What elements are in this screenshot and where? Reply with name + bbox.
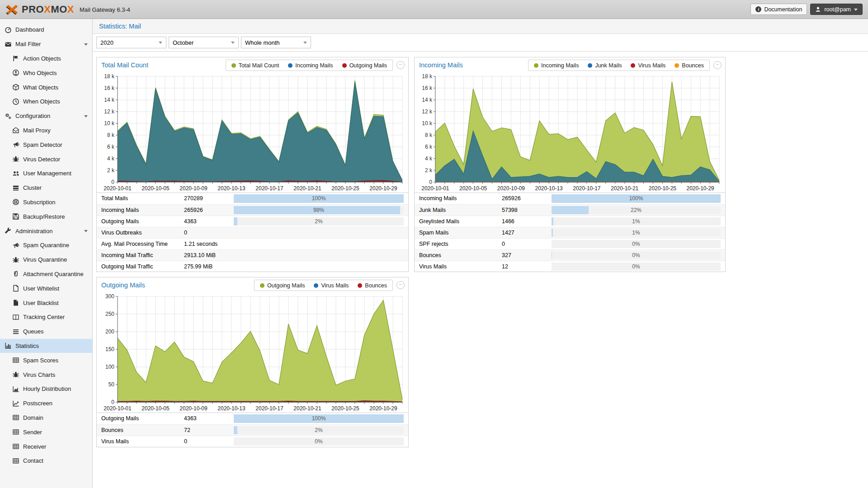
legend-item-virus-mails[interactable]: Virus Mails xyxy=(631,62,665,69)
percent-bar: 0% xyxy=(234,437,404,446)
sidebar-item-spam-detector[interactable]: Spam Detector xyxy=(0,137,92,152)
sidebar: DashboardMail FilterAction ObjectsWho Ob… xyxy=(0,19,93,488)
sidebar-item-spam-quarantine[interactable]: Spam Quarantine xyxy=(0,238,92,253)
svg-text:250: 250 xyxy=(105,311,114,317)
panel-title: Total Mail Count xyxy=(101,61,148,69)
svg-text:4 k: 4 k xyxy=(107,155,115,162)
sidebar-item-spam-scores[interactable]: Spam Scores xyxy=(0,353,92,367)
sidebar-item-label: Action Objects xyxy=(23,55,61,62)
svg-text:300: 300 xyxy=(105,293,114,300)
sidebar-item-receiver[interactable]: Receiver xyxy=(0,439,92,454)
paperclip-icon xyxy=(12,270,19,277)
floppy-icon xyxy=(12,213,19,220)
table-icon xyxy=(12,357,19,364)
svg-text:2020-10-13: 2020-10-13 xyxy=(217,405,245,412)
legend: Outgoing MailsVirus MailsBounces xyxy=(254,280,393,291)
collapse-panel-icon[interactable]: − xyxy=(396,281,405,289)
stat-row-avg-mail-processing-time: Avg. Mail Processing Time1.21 seconds xyxy=(97,238,408,249)
user-menu-button[interactable]: root@pam xyxy=(810,4,863,15)
legend: Incoming MailsJunk MailsVirus MailsBounc… xyxy=(528,60,710,71)
legend-label: Total Mail Count xyxy=(239,62,279,69)
sidebar-item-action-objects[interactable]: Action Objects xyxy=(0,52,92,66)
sidebar-item-when-objects[interactable]: When Objects xyxy=(0,94,92,109)
stat-row-spam-mails: Spam Mails14271% xyxy=(415,227,725,238)
sidebar-item-label: User Management xyxy=(23,170,71,177)
svg-text:8 k: 8 k xyxy=(107,132,115,138)
stat-label: Spam Mails xyxy=(419,230,448,236)
legend-item-incoming-mails[interactable]: Incoming Mails xyxy=(534,62,579,69)
sidebar-item-label: User Blacklist xyxy=(23,300,59,306)
svg-text:2020-10-05: 2020-10-05 xyxy=(142,185,170,192)
sidebar-item-administration[interactable]: Administration xyxy=(0,224,92,238)
sidebar-item-backup-restore[interactable]: Backup/Restore xyxy=(0,209,92,224)
documentation-button[interactable]: i Documentation xyxy=(750,4,807,15)
svg-text:2020-10-29: 2020-10-29 xyxy=(687,185,714,192)
sidebar-item-mail-filter[interactable]: Mail Filter xyxy=(0,37,92,52)
mail-open-icon xyxy=(12,127,19,134)
svg-text:2020-10-13: 2020-10-13 xyxy=(217,185,245,192)
stat-label: Junk Mails xyxy=(419,207,446,213)
sidebar-item-tracking-center[interactable]: Tracking Center xyxy=(0,310,92,324)
legend-item-outgoing-mails[interactable]: Outgoing Mails xyxy=(342,62,387,69)
legend-item-incoming-mails[interactable]: Incoming Mails xyxy=(288,62,333,69)
percent-text: 0% xyxy=(552,263,721,270)
range-select[interactable]: Whole month xyxy=(241,37,311,48)
sidebar-item-virus-detector[interactable]: Virus Detector xyxy=(0,152,92,166)
sidebar-item-contact[interactable]: Contact xyxy=(0,454,92,468)
sidebar-item-user-whitelist[interactable]: User Whitelist xyxy=(0,281,92,296)
outgoing-mails-table: Outgoing Mails4363100%Bounces722%Virus M… xyxy=(97,413,408,447)
stat-value: 0 xyxy=(184,438,187,445)
percent-bar: 100% xyxy=(234,414,404,423)
svg-text:2020-10-01: 2020-10-01 xyxy=(421,185,449,192)
svg-text:2020-10-01: 2020-10-01 xyxy=(104,405,132,412)
legend-item-total-mail-count[interactable]: Total Mail Count xyxy=(231,62,279,69)
svg-text:2020-10-05: 2020-10-05 xyxy=(459,185,487,192)
svg-text:12 k: 12 k xyxy=(104,108,115,115)
sidebar-item-virus-charts[interactable]: Virus Charts xyxy=(0,367,92,382)
stat-value: 12 xyxy=(502,263,508,270)
table-icon xyxy=(12,414,19,421)
sidebar-item-attachment-quarantine[interactable]: Attachment Quarantine xyxy=(0,267,92,282)
legend-item-virus-mails[interactable]: Virus Mails xyxy=(314,282,349,289)
svg-text:200: 200 xyxy=(105,328,114,335)
percent-text: 100% xyxy=(234,415,404,422)
sidebar-item-cluster[interactable]: Cluster xyxy=(0,181,92,195)
sidebar-item-dashboard[interactable]: Dashboard xyxy=(0,23,92,37)
percent-text: 100% xyxy=(552,195,721,202)
sidebar-item-domain[interactable]: Domain xyxy=(0,411,92,425)
sidebar-item-virus-quarantine[interactable]: Virus Quarantine xyxy=(0,253,92,267)
collapse-panel-icon[interactable]: − xyxy=(396,61,405,69)
sidebar-item-what-objects[interactable]: What Objects xyxy=(0,80,92,94)
sidebar-item-user-blacklist[interactable]: User Blacklist xyxy=(0,296,92,310)
legend-label: Virus Mails xyxy=(321,282,349,289)
sidebar-item-configuration[interactable]: Configuration xyxy=(0,109,92,123)
legend-label: Outgoing Mails xyxy=(349,62,387,69)
sidebar-item-queues[interactable]: Queues xyxy=(0,324,92,339)
sidebar-item-who-objects[interactable]: Who Objects xyxy=(0,66,92,80)
legend-item-junk-mails[interactable]: Junk Mails xyxy=(588,62,622,69)
sidebar-item-label: Subscription xyxy=(23,199,56,206)
legend-item-bounces[interactable]: Bounces xyxy=(675,62,704,69)
sidebar-item-label: Spam Quarantine xyxy=(23,242,69,249)
year-select[interactable]: 2020 xyxy=(96,37,166,48)
legend-label: Outgoing Mails xyxy=(267,282,305,289)
legend-item-outgoing-mails[interactable]: Outgoing Mails xyxy=(260,282,305,289)
stat-row-bounces: Bounces3270% xyxy=(415,249,725,261)
stat-value: 4363 xyxy=(184,218,197,225)
stat-label: Bounces xyxy=(101,427,123,433)
sidebar-item-hourly-distribution[interactable]: Hourly Distribution xyxy=(0,382,92,396)
svg-text:2020-10-17: 2020-10-17 xyxy=(255,405,283,412)
percent-text: 2% xyxy=(234,218,404,225)
sidebar-item-subscription[interactable]: Subscription xyxy=(0,195,92,210)
collapse-panel-icon[interactable]: − xyxy=(713,61,722,69)
sidebar-item-sender[interactable]: Sender xyxy=(0,425,92,439)
month-select[interactable]: October xyxy=(169,37,239,48)
legend-dot-icon xyxy=(358,283,362,288)
sidebar-item-user-management[interactable]: User Management xyxy=(0,166,92,181)
legend-item-bounces[interactable]: Bounces xyxy=(358,282,387,289)
bullhorn-icon xyxy=(12,242,19,249)
sidebar-item-postscreen[interactable]: Postscreen xyxy=(0,396,92,411)
sidebar-item-mail-proxy[interactable]: Mail Proxy xyxy=(0,123,92,138)
sidebar-item-statistics[interactable]: Statistics xyxy=(0,339,92,353)
svg-text:6 k: 6 k xyxy=(107,144,115,150)
